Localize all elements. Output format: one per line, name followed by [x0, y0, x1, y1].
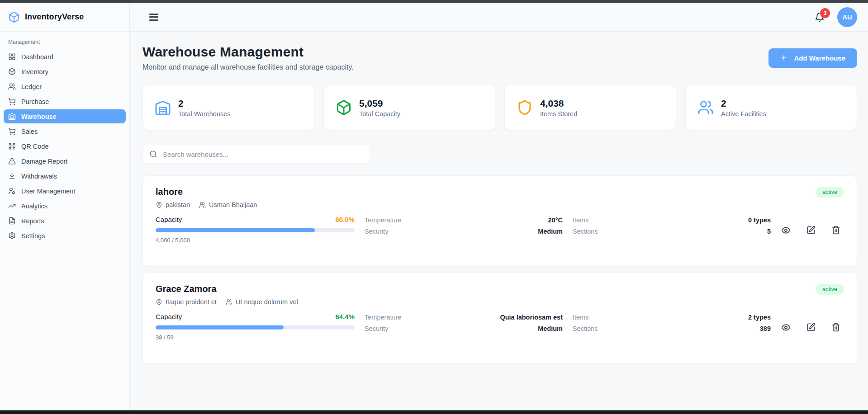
- shield-icon: [517, 99, 533, 116]
- manager-text: Ut neque dolorum vel: [236, 298, 298, 306]
- edit-icon: [806, 323, 816, 332]
- qr-code-icon: [8, 142, 16, 150]
- warehouse-name: lahore: [156, 187, 257, 197]
- capacity-percent: 64.4%: [335, 313, 355, 320]
- sections-value: 389: [760, 325, 771, 333]
- capacity-percent: 80.0%: [335, 216, 355, 223]
- sidebar-item-ledger[interactable]: Ledger: [4, 80, 126, 94]
- sidebar-item-warehouse[interactable]: Warehouse: [4, 109, 126, 123]
- alert-triangle-icon: [8, 157, 16, 165]
- warehouse-location: Itaque proident et: [156, 298, 217, 306]
- capacity-block: Capacity 80.0% 4,000 / 5,000: [156, 216, 355, 244]
- environment-block: TemperatureQuia laboriosam est SecurityM…: [365, 313, 563, 341]
- warehouse-actions: [781, 313, 844, 341]
- sidebar-item-settings[interactable]: Settings: [4, 229, 126, 243]
- sidebar-item-label: Purchase: [21, 98, 49, 105]
- view-button[interactable]: [781, 314, 791, 341]
- notifications-button[interactable]: 3: [815, 12, 825, 22]
- inventory-block: Items2 types Sections389: [573, 313, 771, 341]
- sidebar-item-analytics[interactable]: Analytics: [4, 199, 126, 213]
- map-pin-icon: [156, 299, 162, 306]
- sidebar-item-label: Settings: [21, 232, 45, 240]
- avatar[interactable]: AU: [837, 7, 857, 27]
- package-icon: [336, 99, 352, 116]
- sidebar-item-dashboard[interactable]: Dashboard: [4, 50, 126, 64]
- shopping-cart-icon: [8, 127, 16, 135]
- delete-button[interactable]: [831, 216, 840, 244]
- stat-card-total-capacity: 5,059 Total Capacity: [323, 85, 495, 130]
- sidebar-item-sales[interactable]: Sales: [4, 124, 126, 138]
- topbar: 3 AU: [130, 3, 868, 32]
- warehouse-card: Grace Zamora Itaque proident et Ut neque…: [142, 273, 857, 364]
- capacity-fraction: 38 / 59: [156, 334, 355, 341]
- page-content: Warehouse Management Monitor and manage …: [130, 32, 868, 410]
- temperature-value: 20°C: [548, 216, 563, 225]
- settings-icon: [8, 232, 16, 240]
- temperature-value: Quia laboriosam est: [500, 313, 563, 322]
- location-text: Itaque proident et: [166, 298, 217, 306]
- notification-count-badge: 3: [820, 8, 830, 18]
- sidebar-item-damage-report[interactable]: Damage Report: [4, 154, 126, 168]
- sidebar-item-inventory[interactable]: Inventory: [4, 65, 126, 79]
- shopping-cart-icon: [8, 98, 16, 105]
- sidebar-item-label: Sales: [21, 128, 38, 135]
- sidebar-item-qr-code[interactable]: QR Code: [4, 139, 126, 153]
- page-title: Warehouse Management: [142, 44, 354, 60]
- sidebar-item-purchase[interactable]: Purchase: [4, 94, 126, 108]
- location-text: pakistan: [166, 201, 190, 208]
- environment-block: Temperature20°C SecurityMedium: [365, 216, 563, 244]
- capacity-progress-track: [156, 325, 355, 329]
- temperature-label: Temperature: [365, 313, 401, 322]
- file-text-icon: [8, 217, 16, 225]
- map-pin-icon: [156, 202, 162, 208]
- add-warehouse-button[interactable]: Add Warehouse: [768, 48, 857, 68]
- brand-name: InventoryVerse: [25, 12, 84, 22]
- stat-card-items-stored: 4,038 Items Stored: [504, 85, 676, 130]
- users-icon: [199, 202, 206, 208]
- security-value: Medium: [538, 227, 563, 236]
- eye-icon: [781, 323, 791, 332]
- search-input[interactable]: [163, 151, 363, 158]
- users-icon: [226, 299, 232, 306]
- items-label: Items: [573, 313, 588, 322]
- sidebar-item-label: Ledger: [21, 83, 42, 90]
- menu-toggle-icon[interactable]: [149, 14, 158, 21]
- stat-card-total-warehouses: 2 Total Warehouses: [142, 85, 314, 130]
- items-value: 0 types: [748, 216, 771, 225]
- app-shell: InventoryVerse Management Dashboard Inve…: [0, 3, 868, 410]
- user-cog-icon: [8, 187, 16, 195]
- sidebar-item-label: Damage Report: [21, 158, 67, 165]
- main-column: 3 AU Warehouse Management Monitor and ma…: [130, 3, 868, 410]
- sidebar-item-reports[interactable]: Reports: [4, 214, 126, 228]
- package-icon: [8, 68, 16, 75]
- sidebar-item-label: Dashboard: [21, 53, 53, 61]
- edit-button[interactable]: [806, 216, 816, 244]
- stat-value: 4,038: [540, 98, 577, 109]
- capacity-block: Capacity 64.4% 38 / 59: [156, 313, 355, 341]
- edit-icon: [806, 226, 816, 235]
- warehouse-icon: [155, 99, 171, 116]
- users-icon: [697, 99, 714, 116]
- plus-icon: [780, 54, 787, 61]
- capacity-progress-track: [156, 228, 355, 232]
- edit-button[interactable]: [806, 314, 816, 341]
- stat-label: Items Stored: [540, 110, 577, 118]
- sidebar-item-withdrawals[interactable]: Withdrawals: [4, 169, 126, 183]
- view-button[interactable]: [781, 216, 791, 244]
- manager-text: Usman Bhaijaan: [209, 201, 257, 208]
- search-icon: [149, 150, 157, 158]
- capacity-progress-fill: [156, 325, 284, 329]
- capacity-progress-fill: [156, 228, 315, 232]
- sidebar-item-user-management[interactable]: User Management: [4, 184, 126, 198]
- search-box: [142, 145, 370, 164]
- sections-label: Sections: [573, 325, 598, 333]
- status-badge: active: [816, 284, 844, 295]
- nav-section-label: Management: [4, 39, 126, 50]
- sidebar-nav: Management Dashboard Inventory Ledger Pu…: [0, 32, 129, 244]
- warehouse-icon: [8, 113, 16, 120]
- sidebar-item-label: QR Code: [21, 143, 48, 150]
- delete-button[interactable]: [831, 314, 840, 341]
- trending-up-icon: [8, 202, 16, 210]
- items-value: 2 types: [748, 313, 771, 322]
- download-icon: [8, 172, 16, 180]
